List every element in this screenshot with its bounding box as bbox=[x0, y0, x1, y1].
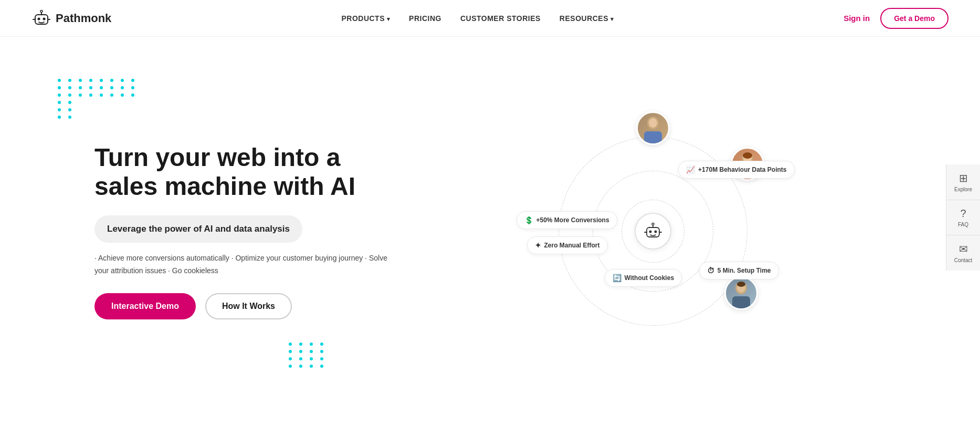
logo-icon bbox=[31, 8, 51, 28]
stat-conversions: 💲 +50% More Conversions bbox=[517, 211, 617, 229]
nav-resources[interactable]: RESOURCES bbox=[560, 14, 614, 23]
svg-point-9 bbox=[654, 231, 657, 233]
svg-point-1 bbox=[38, 17, 40, 20]
svg-point-4 bbox=[40, 10, 43, 12]
nav-customer-stories[interactable]: CUSTOMER STORIES bbox=[460, 14, 541, 23]
faq-label: FAQ bbox=[958, 222, 968, 227]
contact-button[interactable]: ✉ Contact bbox=[946, 235, 980, 271]
center-bot-icon bbox=[635, 213, 671, 250]
contact-label: Contact bbox=[954, 257, 972, 263]
contact-icon: ✉ bbox=[959, 243, 968, 255]
svg-rect-15 bbox=[644, 131, 662, 145]
hero-content: Turn your web into a sales machine with … bbox=[94, 143, 388, 319]
nav-actions: Sign in Get a Demo bbox=[844, 8, 949, 29]
stat-setup: ⏱ 5 Min. Setup Time bbox=[699, 262, 779, 279]
avatar-3 bbox=[724, 276, 758, 310]
ai-diagram: 💲 +50% More Conversions 📈 +170M Behaviou… bbox=[532, 105, 774, 357]
svg-point-20 bbox=[743, 152, 752, 159]
hero-diagram: 💲 +50% More Conversions 📈 +170M Behaviou… bbox=[388, 95, 917, 368]
nav-pricing[interactable]: PRICING bbox=[409, 14, 441, 23]
svg-rect-22 bbox=[732, 296, 750, 310]
faq-button[interactable]: ? FAQ bbox=[946, 200, 980, 235]
explore-button[interactable]: ⊞ Explore bbox=[946, 164, 980, 200]
svg-point-2 bbox=[43, 17, 46, 20]
nav-products[interactable]: PRODUCTS bbox=[341, 14, 390, 23]
side-panel: ⊞ Explore ? FAQ ✉ Contact bbox=[946, 164, 980, 271]
get-demo-button[interactable]: Get a Demo bbox=[880, 8, 949, 29]
faq-icon: ? bbox=[960, 208, 966, 220]
nav-links: PRODUCTS PRICING CUSTOMER STORIES RESOUR… bbox=[341, 14, 614, 23]
navbar: Pathmonk PRODUCTS PRICING CUSTOMER STORI… bbox=[0, 0, 980, 37]
how-it-works-button[interactable]: How It Works bbox=[205, 293, 292, 319]
svg-point-11 bbox=[652, 223, 654, 225]
hero-bullets: · Achieve more conversions automatically… bbox=[94, 252, 388, 277]
svg-point-16 bbox=[649, 118, 657, 128]
hero-headline: Turn your web into a sales machine with … bbox=[94, 143, 388, 201]
svg-point-24 bbox=[737, 282, 745, 287]
dot-pattern-topleft bbox=[58, 79, 138, 119]
hero-subtitle: Leverage the power of AI and data analys… bbox=[94, 215, 302, 243]
explore-label: Explore bbox=[954, 187, 972, 192]
explore-icon: ⊞ bbox=[959, 172, 968, 184]
stat-manual: ✦ Zero Manual Effort bbox=[527, 236, 608, 254]
hero-buttons: Interactive Demo How It Works bbox=[94, 293, 388, 319]
dot-pattern-bottomright bbox=[289, 343, 326, 368]
interactive-demo-button[interactable]: Interactive Demo bbox=[94, 293, 196, 319]
sign-in-link[interactable]: Sign in bbox=[844, 14, 870, 23]
logo-text: Pathmonk bbox=[56, 12, 111, 25]
svg-point-8 bbox=[649, 231, 651, 233]
avatar-1 bbox=[636, 111, 670, 145]
stat-cookies: 🔄 Without Cookies bbox=[605, 269, 682, 287]
stat-behaviour: 📈 +170M Behaviour Data Points bbox=[678, 161, 794, 179]
hero-section: Turn your web into a sales machine with … bbox=[0, 37, 980, 415]
logo[interactable]: Pathmonk bbox=[31, 8, 111, 28]
